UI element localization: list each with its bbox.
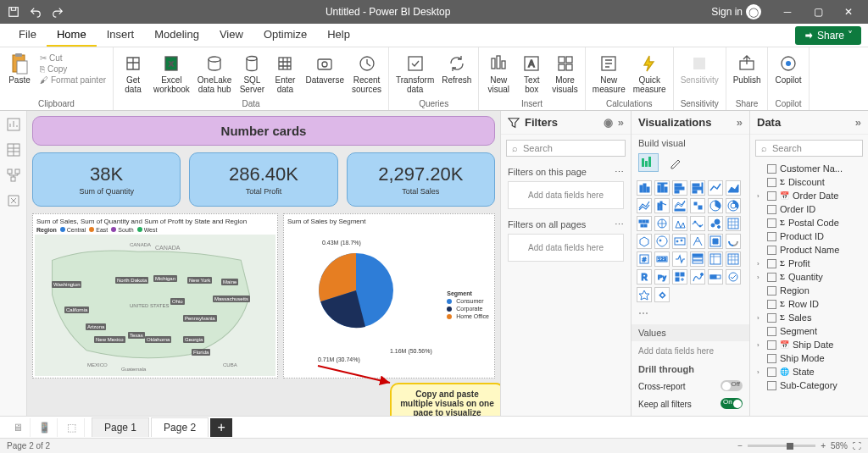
- dataverse-button[interactable]: Dataverse: [302, 51, 348, 86]
- viz-type-3[interactable]: [690, 180, 705, 196]
- redo-icon[interactable]: [51, 5, 64, 19]
- viz-type-28[interactable]: [708, 251, 723, 267]
- viz-type-32[interactable]: [672, 269, 687, 285]
- viz-type-36[interactable]: [637, 287, 652, 302]
- viz-type-21[interactable]: [690, 234, 705, 249]
- maximize-icon[interactable]: ▢: [805, 3, 831, 21]
- viz-type-24[interactable]: #: [637, 251, 652, 267]
- viz-type-6[interactable]: [637, 198, 652, 213]
- zoom-slider[interactable]: [748, 445, 815, 447]
- close-icon[interactable]: ✕: [836, 3, 861, 21]
- field-order-date[interactable]: ›📅Order Date: [750, 189, 868, 202]
- add-page-button[interactable]: +: [210, 418, 232, 437]
- menu-help[interactable]: Help: [317, 24, 360, 47]
- format-painter-button[interactable]: 🖌 Format painter: [36, 75, 109, 86]
- values-dropzone[interactable]: Add data fields here: [632, 341, 749, 361]
- viz-type-31[interactable]: Py: [654, 269, 670, 285]
- menu-modeling[interactable]: Modeling: [144, 24, 209, 47]
- menu-home[interactable]: Home: [47, 24, 97, 47]
- viz-type-35[interactable]: [726, 269, 741, 285]
- desktop-layout-icon[interactable]: 🖥: [5, 418, 31, 437]
- build-visual-tab[interactable]: [638, 153, 659, 172]
- minimize-icon[interactable]: ─: [775, 3, 800, 21]
- excel-button[interactable]: XExcelworkbook: [150, 51, 193, 96]
- new-visual-button[interactable]: Newvisual: [482, 51, 515, 96]
- viz-type-26[interactable]: [672, 251, 687, 267]
- viz-type-13[interactable]: [654, 216, 670, 231]
- field-region[interactable]: Region: [750, 284, 868, 297]
- viz-collapse-icon[interactable]: »: [737, 116, 743, 129]
- get-data-button[interactable]: Getdata: [117, 51, 149, 96]
- viz-type-17[interactable]: [726, 216, 741, 231]
- viz-type-9[interactable]: [690, 198, 705, 213]
- field-quantity[interactable]: ›ΣQuantity: [750, 270, 868, 284]
- new-measure-button[interactable]: Newmeasure: [589, 51, 629, 96]
- filter-eye-icon[interactable]: ◉: [604, 116, 613, 129]
- field-sub-category[interactable]: Sub-Category: [750, 378, 868, 392]
- filter-more-icon[interactable]: ⋯: [615, 219, 624, 230]
- viz-type-34[interactable]: [708, 269, 723, 285]
- viz-type-14[interactable]: [672, 216, 687, 231]
- viz-type-8[interactable]: [672, 198, 687, 213]
- viz-type-18[interactable]: [637, 234, 652, 249]
- field-segment[interactable]: Segment: [750, 324, 868, 338]
- kpi-card-0[interactable]: 38KSum of Quantity: [32, 152, 181, 207]
- map-visual[interactable]: Sum of Sales, Sum of Quantity and Sum of…: [32, 213, 278, 378]
- report-view-icon[interactable]: [5, 116, 22, 133]
- viz-type-29[interactable]: [726, 251, 741, 267]
- textbox-button[interactable]: ATextbox: [515, 51, 548, 96]
- field-ship-date[interactable]: ›📅Ship Date: [750, 338, 868, 351]
- filter-collapse-icon[interactable]: »: [618, 116, 624, 129]
- data-collapse-icon[interactable]: »: [855, 116, 861, 129]
- model-view-icon[interactable]: [5, 167, 22, 184]
- viz-type-15[interactable]: [690, 216, 705, 231]
- viz-type-30[interactable]: R: [637, 269, 652, 285]
- menu-optimize[interactable]: Optimize: [253, 24, 317, 47]
- zoom-in-button[interactable]: +: [821, 441, 826, 450]
- field-sales[interactable]: ›ΣSales: [750, 311, 868, 324]
- viz-type-4[interactable]: [708, 180, 723, 196]
- field-ship-mode[interactable]: Ship Mode: [750, 351, 868, 365]
- format-visual-tab[interactable]: [665, 153, 686, 172]
- undo-icon[interactable]: [29, 5, 42, 19]
- signin-button[interactable]: Sign in ◯: [711, 4, 761, 19]
- viz-type-27[interactable]: [690, 251, 705, 267]
- tablet-layout-icon[interactable]: ⬚: [59, 418, 85, 437]
- field-profit[interactable]: ›ΣProfit: [750, 257, 868, 270]
- menu-insert[interactable]: Insert: [97, 24, 145, 47]
- paste-button[interactable]: Paste: [3, 51, 36, 86]
- kpi-card-1[interactable]: 286.40KTotal Profit: [189, 152, 337, 207]
- mobile-layout-icon[interactable]: 📱: [32, 418, 58, 437]
- viz-type-12[interactable]: [637, 216, 652, 231]
- table-view-icon[interactable]: [5, 141, 22, 158]
- field-product-id[interactable]: Product ID: [750, 229, 868, 243]
- viz-type-25[interactable]: 123: [654, 251, 670, 267]
- data-search-input[interactable]: ⌕ Search: [755, 140, 863, 157]
- page-tab-0[interactable]: Page 1: [92, 417, 149, 437]
- viz-type-0[interactable]: [637, 180, 652, 196]
- more-visuals-button[interactable]: Morevisuals: [548, 51, 581, 96]
- kpi-card-2[interactable]: 2,297.20KTotal Sales: [347, 152, 495, 207]
- field-state[interactable]: ›🌐State: [750, 365, 868, 378]
- onelake-button[interactable]: OneLakedata hub: [194, 51, 236, 96]
- menu-view[interactable]: View: [209, 24, 253, 47]
- save-icon[interactable]: [7, 5, 20, 19]
- viz-type-22[interactable]: [708, 234, 723, 249]
- page-tab-1[interactable]: Page 2: [151, 417, 209, 437]
- viz-type-37[interactable]: ◇: [654, 287, 670, 302]
- viz-type-1[interactable]: [654, 180, 670, 196]
- viz-type-10[interactable]: [708, 198, 723, 213]
- report-canvas[interactable]: Number cards 38KSum of Quantity286.40KTo…: [27, 111, 500, 429]
- title-card[interactable]: Number cards: [32, 116, 495, 146]
- pie-visual[interactable]: Sum of Sales by Segment 0.43M (18.7%) 0.…: [283, 213, 495, 378]
- field-customer-na-[interactable]: Customer Na...: [750, 162, 868, 175]
- zoom-out-button[interactable]: −: [737, 441, 743, 450]
- viz-more-icon[interactable]: ⋯: [632, 306, 749, 321]
- fit-page-icon[interactable]: ⛶: [853, 441, 861, 450]
- viz-type-23[interactable]: [726, 234, 741, 249]
- filter-page-dropzone[interactable]: Add data fields here: [508, 181, 624, 209]
- viz-type-5[interactable]: [726, 180, 741, 196]
- viz-type-20[interactable]: [672, 234, 687, 249]
- viz-type-16[interactable]: [708, 216, 723, 231]
- viz-type-2[interactable]: [672, 180, 687, 196]
